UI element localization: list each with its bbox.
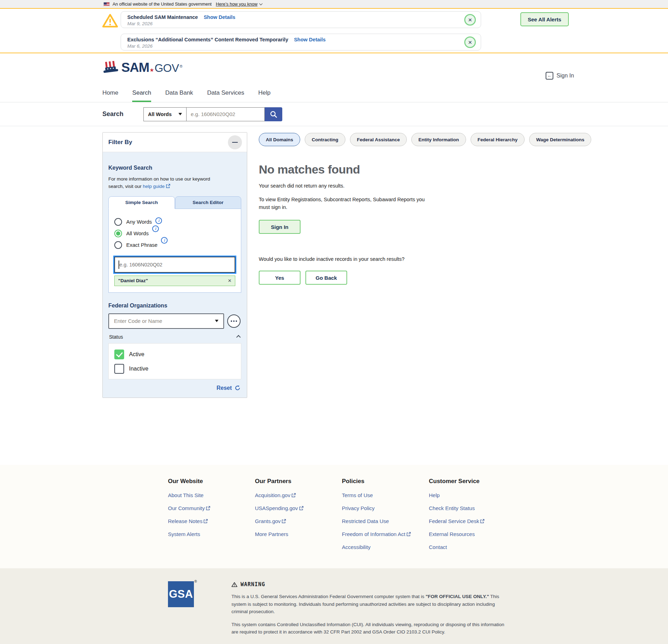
help-guide-link[interactable]: help guide — [143, 184, 170, 189]
global-search-bar: Search All Words — [0, 102, 668, 126]
domain-tab-wage-determinations[interactable]: Wage Determinations — [529, 133, 592, 146]
footer-link-system-alerts[interactable]: System Alerts — [168, 531, 255, 537]
gsa-logo: GSA ® — [168, 581, 194, 607]
footer-link-privacy-policy[interactable]: Privacy Policy — [342, 505, 429, 511]
keyword-tabs: Simple Search Search Editor — [108, 196, 241, 209]
federal-org-select[interactable]: Enter Code or Name — [108, 313, 224, 329]
footer-link-release-notes[interactable]: Release Notes — [168, 518, 255, 524]
federal-organizations-section: Federal Organizations Enter Code or Name — [108, 303, 241, 329]
text-cursor — [119, 260, 119, 269]
active-checkbox[interactable] — [114, 350, 124, 359]
footer-col-our-partners: Our Partners Acquisition.gov USASpending… — [255, 478, 342, 557]
footer-link-terms-of-use[interactable]: Terms of Use — [342, 492, 429, 498]
warning-triangle-icon — [102, 13, 118, 28]
federal-organizations-row: Enter Code or Name — [108, 313, 241, 329]
header-sign-in-link[interactable]: ← Sign In — [546, 72, 574, 80]
info-icon[interactable]: i — [155, 217, 162, 224]
reset-filters-link[interactable]: Reset — [216, 385, 232, 391]
external-link-icon — [480, 519, 485, 523]
nav-item-data-bank[interactable]: Data Bank — [165, 89, 193, 102]
domain-tab-all-domains[interactable]: All Domains — [259, 133, 300, 146]
show-details-link[interactable]: Show Details — [294, 37, 325, 42]
keyword-input[interactable]: e.g. 1606N020Q02 — [114, 257, 235, 273]
search-submit-button[interactable] — [265, 107, 282, 121]
external-link-icon — [406, 532, 411, 536]
any-words-radio[interactable] — [114, 218, 122, 226]
chevron-up-icon[interactable] — [236, 335, 241, 340]
include-inactive-question: Would you like to include inactive recor… — [259, 256, 668, 263]
chevron-down-icon — [259, 2, 263, 5]
ellipsis-icon — [231, 320, 232, 322]
show-details-link[interactable]: Show Details — [204, 14, 235, 20]
info-icon[interactable]: i — [152, 225, 159, 232]
tab-simple-search[interactable]: Simple Search — [108, 196, 175, 209]
footer-col-our-website: Our Website About This Site Our Communit… — [168, 478, 255, 557]
footer-link-foia[interactable]: Freedom of Information Act — [342, 531, 429, 537]
search-results: All Domains Contracting Federal Assistan… — [259, 132, 668, 285]
footer-link-usaspending-gov[interactable]: USASpending.gov — [255, 505, 342, 511]
status-options-box: Active Inactive — [108, 343, 241, 379]
brand-sam: SAM — [121, 60, 149, 75]
alert-date: Mar 6, 2026 — [127, 43, 460, 49]
footer-link-about-this-site[interactable]: About This Site — [168, 492, 255, 498]
search-mode-select[interactable]: All Words — [143, 107, 186, 121]
federal-organizations-heading: Federal Organizations — [108, 303, 241, 309]
footer-link-federal-service-desk[interactable]: Federal Service Desk — [429, 518, 516, 524]
all-words-radio[interactable] — [114, 230, 122, 237]
no-results-text: Your search did not return any results. — [259, 182, 668, 190]
more-options-button[interactable] — [227, 314, 241, 328]
external-link-icon — [299, 506, 304, 510]
sign-in-button[interactable]: Sign In — [259, 220, 301, 234]
go-back-button[interactable]: Go Back — [305, 271, 347, 285]
status-label: Status — [109, 334, 123, 340]
sam-gov-logo[interactable]: SAM ★ GOV ® — [102, 60, 182, 76]
footer-link-contact[interactable]: Contact — [429, 544, 516, 550]
alert-title: Exclusions “Additional Comments” Content… — [127, 37, 288, 42]
inactive-checkbox[interactable] — [114, 364, 124, 374]
search-label: Search — [102, 110, 123, 118]
collapse-filters-button[interactable] — [228, 135, 242, 149]
alert-close-button[interactable]: × — [464, 14, 476, 26]
chip-remove-icon[interactable]: × — [228, 278, 231, 284]
domain-tab-federal-assistance[interactable]: Federal Assistance — [350, 133, 407, 146]
sign-in-arrow-icon: ← — [546, 72, 553, 80]
global-search-input[interactable] — [186, 107, 265, 121]
nav-item-search[interactable]: Search — [132, 89, 151, 102]
footer-link-grants-gov[interactable]: Grants.gov — [255, 518, 342, 524]
magnifier-icon — [270, 110, 277, 118]
external-link-icon — [166, 184, 170, 188]
domain-tab-entity-information[interactable]: Entity Information — [411, 133, 466, 146]
yes-button[interactable]: Yes — [259, 271, 301, 285]
alert-close-button[interactable]: × — [464, 36, 476, 48]
us-flag-icon — [103, 2, 110, 6]
footer-links: Our Website About This Site Our Communit… — [0, 465, 668, 568]
uncle-sam-hat-icon — [102, 60, 119, 76]
see-all-alerts-button[interactable]: See All Alerts — [520, 12, 569, 26]
domain-tab-federal-hierarchy[interactable]: Federal Hierarchy — [471, 133, 525, 146]
nav-item-home[interactable]: Home — [102, 89, 118, 102]
nav-item-help[interactable]: Help — [258, 89, 270, 102]
close-icon: × — [468, 16, 472, 23]
footer-link-our-community[interactable]: Our Community — [168, 505, 255, 511]
keyword-search-heading: Keyword Search — [108, 165, 241, 171]
tab-search-editor[interactable]: Search Editor — [175, 196, 242, 209]
external-link-icon — [282, 519, 286, 523]
yes-goback-row: Yes Go Back — [259, 271, 668, 285]
reset-row: Reset — [108, 385, 241, 391]
footer-link-help[interactable]: Help — [429, 492, 516, 498]
domain-tab-contracting[interactable]: Contracting — [305, 133, 345, 146]
footer-link-restricted-data-use[interactable]: Restricted Data Use — [342, 518, 429, 524]
status-option-inactive: Inactive — [114, 364, 235, 374]
footer-link-external-resources[interactable]: External Resources — [429, 531, 516, 537]
heres-how-you-know-link[interactable]: Here’s how you know — [216, 2, 262, 7]
nav-item-data-services[interactable]: Data Services — [207, 89, 244, 102]
exact-phrase-radio[interactable] — [114, 241, 122, 249]
footer-link-acquisition-gov[interactable]: Acquisition.gov — [255, 492, 342, 498]
info-icon[interactable]: i — [161, 237, 168, 244]
external-link-icon — [291, 493, 296, 497]
footer-link-accessibility[interactable]: Accessibility — [342, 544, 429, 550]
footer-link-more-partners[interactable]: More Partners — [255, 531, 342, 537]
external-link-icon — [203, 519, 208, 523]
footer-link-check-entity-status[interactable]: Check Entity Status — [429, 505, 516, 511]
alert-date: Mar 9, 2026 — [127, 21, 460, 26]
